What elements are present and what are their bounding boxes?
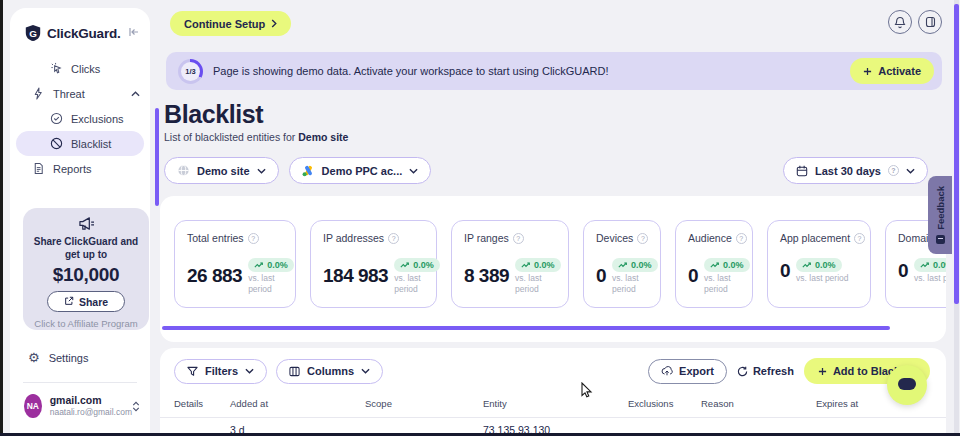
export-icon [661, 365, 673, 377]
column-header-entity[interactable]: Entity [483, 398, 628, 409]
filter-icon [187, 366, 198, 377]
refresh-button[interactable]: Refresh [737, 365, 794, 377]
promo-amount: $10,000 [23, 264, 149, 286]
app-window: G ClickGuard. Clicks Threat [0, 0, 960, 436]
stat-label: IP ranges [464, 232, 509, 244]
stat-delta: 0.0% [933, 260, 946, 270]
stat-label: App placement [780, 232, 850, 244]
column-header-reason[interactable]: Reason [701, 398, 816, 409]
filters-button[interactable]: Filters [174, 359, 267, 384]
column-header-details[interactable]: Details [174, 398, 230, 409]
stat-compare: vs. last period [796, 273, 848, 284]
chevron-down-icon [245, 368, 254, 374]
stat-value: 0 [596, 265, 606, 287]
affiliate-promo-card[interactable]: Share ClickGuard and get up to $10,000 S… [23, 208, 149, 330]
stat-label: Total entries [187, 232, 244, 244]
columns-icon [289, 366, 300, 377]
continue-setup-button[interactable]: Continue Setup [170, 11, 291, 36]
chat-widget-button[interactable] [887, 365, 927, 405]
user-email: naatali.ro@gmail.com [50, 407, 132, 418]
sidebar-item-exclusions[interactable]: Exclusions [10, 106, 150, 131]
column-header-exclusions[interactable]: Exclusions [628, 398, 701, 409]
plus-icon [863, 67, 872, 76]
svg-text:G: G [29, 28, 37, 39]
site-selector-value: Demo site [197, 165, 250, 177]
ppc-account-selector[interactable]: Demo PPC ac... [289, 157, 432, 184]
chat-bubble-icon [897, 377, 917, 393]
vertical-scrollbar-thumb[interactable] [954, 4, 959, 304]
trend-up-icon [400, 262, 410, 269]
page-subtitle-site: Demo site [298, 131, 348, 143]
sidebar-item-reports[interactable]: Reports [10, 156, 150, 181]
column-header-scope[interactable]: Scope [365, 398, 483, 409]
chevron-up-icon[interactable] [131, 91, 140, 97]
columns-button[interactable]: Columns [276, 359, 383, 384]
lightning-icon [32, 87, 45, 100]
chevron-down-icon [257, 168, 266, 174]
export-button[interactable]: Export [648, 359, 727, 384]
sidebar-item-settings[interactable]: ⚙ Settings [10, 350, 150, 365]
stat-label: Audience [688, 232, 732, 244]
cursor-click-icon [50, 62, 63, 75]
share-button[interactable]: Share [47, 291, 125, 312]
sidebar-item-label: Blacklist [71, 138, 111, 150]
info-icon[interactable]: ? [248, 233, 259, 244]
stat-card-total-entries: Total entries? 26 883 0.0% vs. last peri… [174, 220, 296, 308]
sidebar-scrollbar[interactable] [155, 108, 159, 206]
logo-text: ClickGuard. [47, 26, 121, 41]
site-selector[interactable]: Demo site [164, 157, 279, 184]
stat-value: 0 [898, 260, 908, 282]
setup-progress-ring: 1/3 [178, 59, 203, 84]
stat-delta: 0.0% [534, 260, 555, 270]
refresh-icon [737, 366, 748, 377]
page-subtitle-text: List of blacklisted entities for [164, 131, 298, 143]
vertical-scrollbar-track[interactable] [954, 0, 959, 433]
sidebar-item-label: Threat [53, 88, 85, 100]
sidebar-collapse-icon[interactable] [128, 27, 140, 39]
info-icon[interactable]: ? [388, 233, 399, 244]
promo-footer: Click to Affiliate Program [23, 318, 149, 329]
docs-icon [925, 16, 936, 28]
table-header-row: Details Added at Scope Entity Exclusions… [160, 398, 946, 418]
date-range-selector[interactable]: Last 30 days ? [783, 157, 928, 184]
blacklist-table-panel: Filters Columns Export Refresh [160, 348, 946, 436]
chevron-down-icon [906, 168, 915, 174]
stat-card-app-placement: App placement? 0 0.0% vs. last period [767, 220, 871, 308]
horizontal-scrollbar[interactable] [162, 326, 890, 330]
sidebar-item-threat[interactable]: Threat [10, 81, 150, 106]
sidebar: G ClickGuard. Clicks Threat [10, 8, 150, 436]
stat-compare: vs. last period [612, 273, 658, 294]
window-edge-left [0, 0, 3, 436]
sidebar-item-label: Reports [53, 163, 92, 175]
demo-data-banner: 1/3 Page is showing demo data. Activate … [166, 52, 942, 90]
stat-compare: vs. last period [704, 273, 750, 294]
info-icon[interactable]: ? [854, 233, 865, 244]
stat-value: 0 [780, 260, 790, 282]
feedback-tab[interactable]: Feedback [928, 176, 952, 254]
ppc-account-value: Demo PPC ac... [322, 165, 403, 177]
column-header-added-at[interactable]: Added at [230, 398, 365, 409]
columns-label: Columns [307, 365, 354, 377]
sidebar-item-clicks[interactable]: Clicks [10, 56, 150, 81]
continue-setup-label: Continue Setup [184, 18, 265, 30]
stat-compare: vs. last period [248, 273, 294, 294]
gear-icon: ⚙ [28, 350, 40, 365]
info-icon: ? [888, 165, 899, 176]
notifications-button[interactable] [888, 10, 912, 34]
promo-text-line1: Share ClickGuard and [23, 235, 149, 248]
info-icon[interactable]: ? [736, 233, 747, 244]
stat-value: 0 [688, 265, 698, 287]
trend-up-icon [521, 262, 531, 269]
info-icon[interactable]: ? [513, 233, 524, 244]
share-button-label: Share [79, 296, 108, 308]
activate-button[interactable]: Activate [850, 58, 934, 84]
chevron-updown-icon[interactable] [132, 401, 140, 412]
globe-icon [177, 164, 190, 177]
user-menu[interactable]: NA gmail.com naatali.ro@gmail.com [10, 394, 150, 418]
sidebar-item-blacklist[interactable]: Blacklist [16, 131, 144, 156]
activate-label: Activate [878, 65, 921, 77]
banner-message: Page is showing demo data. Activate your… [213, 65, 609, 77]
info-icon[interactable]: ? [637, 233, 648, 244]
docs-button[interactable] [918, 10, 942, 34]
bell-icon [894, 16, 906, 29]
